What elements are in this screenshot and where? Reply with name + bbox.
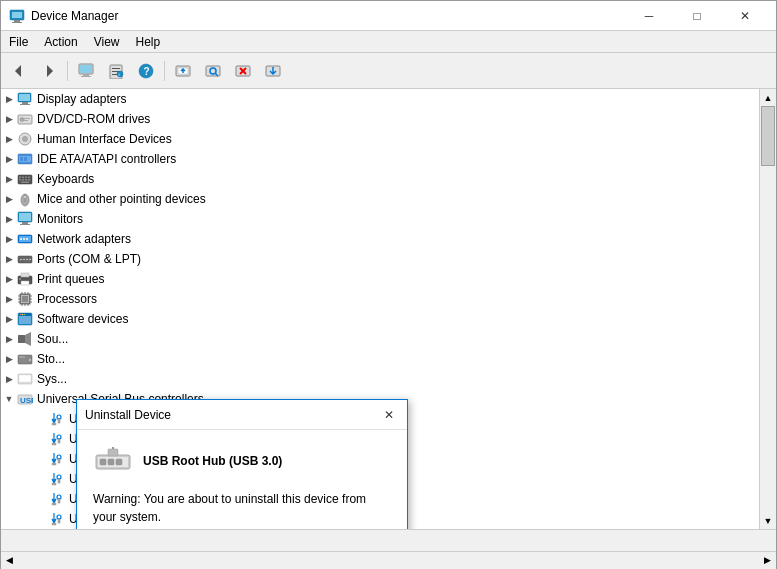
tree-arrow [33,451,49,467]
computer-button[interactable] [72,57,100,85]
svg-point-66 [26,259,28,261]
menu-view[interactable]: View [86,31,128,52]
svg-text:i: i [119,72,120,77]
install-button[interactable] [259,57,287,85]
keyboard-icon [17,171,33,187]
svg-point-67 [29,259,31,261]
storage-icon [17,351,33,367]
svg-rect-110 [58,459,60,463]
svg-rect-127 [116,459,122,465]
svg-point-91 [22,314,24,316]
scroll-up-button[interactable]: ▲ [760,89,777,106]
svg-rect-2 [14,20,20,22]
scrollbar-bottom[interactable]: ◀ ▶ [1,551,776,568]
usb-device-icon [49,431,65,447]
tree-label: Keyboards [37,172,94,186]
tree-item-print[interactable]: ▶ Print queues [1,269,759,289]
svg-point-36 [22,136,28,142]
tree-label: Ports (COM & LPT) [37,252,141,266]
svg-point-115 [57,495,61,499]
tree-label: Processors [37,292,97,306]
tree-item-software-devices[interactable]: ▶ Software devices [1,309,759,329]
tree-item-storage[interactable]: ▶ Sto... [1,349,759,369]
svg-rect-93 [18,335,25,343]
svg-rect-96 [19,357,25,358]
tree-item-system[interactable]: ▶ Sys... [1,369,759,389]
svg-rect-49 [28,179,30,181]
svg-point-61 [23,238,25,240]
tree-arrow [33,431,49,447]
svg-rect-56 [22,222,28,224]
scroll-left-button[interactable]: ◀ [1,552,18,569]
properties-button[interactable]: i [102,57,130,85]
content-area: ▶ Display adapters ▶ DVD/CD-ROM drives ▶ [1,89,776,529]
tree-item-processors[interactable]: ▶ Processors [1,289,759,309]
dialog-device-row: USB Root Hub (USB 3.0) [93,446,391,476]
tree-label: DVD/CD-ROM drives [37,112,150,126]
tree-arrow: ▼ [1,391,17,407]
svg-rect-43 [22,177,24,179]
usb-device-icon [49,471,65,487]
tree-item-mice[interactable]: ▶ Mice and other pointing devices [1,189,759,209]
tree-arrow: ▶ [1,311,17,327]
tree-item-network[interactable]: ▶ Network adapters [1,229,759,249]
back-button[interactable] [5,57,33,85]
update-driver-button[interactable] [169,57,197,85]
svg-rect-8 [83,74,89,76]
svg-point-32 [20,118,24,122]
dialog-close-button[interactable]: ✕ [379,405,399,425]
tree-arrow: ▶ [1,91,17,107]
dialog-title: Uninstall Device [85,408,379,422]
tree-item-keyboards[interactable]: ▶ Keyboards [1,169,759,189]
scroll-track[interactable] [760,106,776,512]
svg-rect-69 [21,273,29,277]
svg-rect-50 [21,182,29,184]
menu-file[interactable]: File [1,31,36,52]
svg-rect-34 [24,120,28,121]
svg-marker-94 [25,332,31,346]
svg-rect-105 [52,443,56,445]
svg-rect-104 [58,419,60,423]
svg-rect-7 [80,65,92,73]
svg-rect-55 [19,213,31,221]
tree-panel[interactable]: ▶ Display adapters ▶ DVD/CD-ROM drives ▶ [1,89,759,529]
svg-rect-3 [12,22,22,23]
svg-point-109 [57,455,61,459]
help-button[interactable]: ? [132,57,160,85]
minimize-button[interactable]: ─ [626,1,672,31]
svg-rect-57 [20,224,30,225]
scroll-right-button[interactable]: ▶ [759,552,776,569]
tree-arrow: ▶ [1,151,17,167]
scroll-thumb[interactable] [761,106,775,166]
tree-arrow: ▶ [1,211,17,227]
dvd-icon [17,111,33,127]
tree-label: Sou... [37,332,68,346]
usb-device-icon [49,451,65,467]
tree-item-hid[interactable]: ▶ Human Interface Devices [1,129,759,149]
close-button[interactable]: ✕ [722,1,768,31]
tree-item-ports[interactable]: ▶ Ports (COM & LPT) [1,249,759,269]
svg-point-62 [26,238,28,240]
tree-item-display-adapters[interactable]: ▶ Display adapters [1,89,759,109]
menu-action[interactable]: Action [36,31,85,52]
uninstall-toolbar-button[interactable] [229,57,257,85]
tree-item-sound[interactable]: ▶ Sou... [1,329,401,349]
tree-arrow: ▶ [1,131,17,147]
svg-rect-71 [19,278,21,280]
maximize-button[interactable]: □ [674,1,720,31]
scrollbar[interactable]: ▲ ▼ [759,89,776,529]
menu-help[interactable]: Help [128,31,169,52]
toolbar-sep-2 [164,61,165,81]
svg-rect-13 [112,74,117,75]
tree-item-dvd[interactable]: ▶ DVD/CD-ROM drives [1,109,759,129]
tree-label: Sys... [37,372,67,386]
scan-button[interactable] [199,57,227,85]
svg-rect-39 [20,157,23,161]
svg-point-64 [20,259,22,261]
tree-item-monitors[interactable]: ▶ Monitors [1,209,759,229]
usb-device-icon [49,411,65,427]
print-icon [17,271,33,287]
scroll-down-button[interactable]: ▼ [760,512,777,529]
forward-button[interactable] [35,57,63,85]
tree-item-ide[interactable]: ▶ IDE ATA/ATAPI controllers [1,149,759,169]
